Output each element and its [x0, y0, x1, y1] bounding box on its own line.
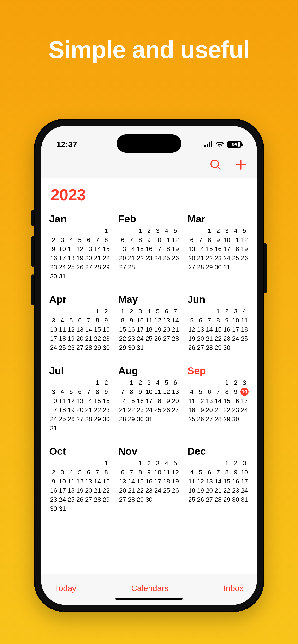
day-cell[interactable]: 14: [127, 244, 136, 254]
day-cell[interactable]: 24: [58, 495, 67, 504]
day-cell[interactable]: 3: [145, 378, 154, 387]
day-cell[interactable]: 2: [145, 458, 154, 468]
day-cell[interactable]: 7: [196, 235, 205, 244]
day-cell[interactable]: 27: [76, 343, 84, 352]
day-cell[interactable]: 3: [58, 235, 67, 244]
day-cell[interactable]: 3: [240, 378, 249, 387]
day-cell[interactable]: 20: [84, 486, 93, 495]
day-cell[interactable]: 2: [127, 307, 136, 316]
day-cell[interactable]: 10: [49, 396, 58, 406]
search-icon[interactable]: [209, 158, 221, 170]
day-cell[interactable]: 19: [76, 254, 84, 262]
day-cell[interactable]: 28: [127, 495, 136, 504]
day-cell[interactable]: 26: [196, 495, 205, 504]
day-cell[interactable]: 27: [84, 495, 93, 504]
day-cell[interactable]: 7: [205, 316, 214, 325]
day-cell[interactable]: 4: [145, 307, 154, 316]
day-cell[interactable]: 8: [102, 468, 111, 477]
day-cell[interactable]: 21: [205, 334, 214, 343]
day-cell[interactable]: 10: [153, 235, 162, 244]
day-cell[interactable]: 16: [136, 396, 145, 406]
day-cell[interactable]: 10: [145, 387, 154, 396]
day-cell[interactable]: 4: [58, 316, 67, 325]
day-cell[interactable]: 19: [67, 406, 76, 414]
day-cell[interactable]: 24: [49, 343, 58, 352]
day-cell[interactable]: 11: [145, 316, 154, 325]
day-cell[interactable]: 2: [145, 226, 154, 235]
day-cell[interactable]: 17: [145, 396, 154, 406]
day-cell[interactable]: 14: [118, 396, 127, 406]
day-cell[interactable]: 24: [231, 334, 240, 343]
day-cell[interactable]: 7: [84, 387, 93, 396]
day-cell[interactable]: 12: [196, 396, 205, 406]
month-block[interactable]: Jun1234567891011121314151617181920212223…: [187, 294, 249, 352]
day-cell[interactable]: 21: [127, 486, 136, 495]
day-cell[interactable]: 19: [171, 477, 180, 486]
day-cell[interactable]: 24: [153, 254, 162, 262]
day-cell[interactable]: 12: [196, 477, 205, 486]
day-cell[interactable]: 6: [118, 235, 127, 244]
day-cell[interactable]: 27: [205, 414, 214, 424]
day-cell[interactable]: 18: [67, 254, 76, 262]
day-cell[interactable]: 7: [93, 468, 102, 477]
day-cell[interactable]: 30: [145, 495, 154, 504]
day-cell[interactable]: 8: [136, 235, 145, 244]
day-cell[interactable]: 30: [102, 343, 111, 352]
day-cell[interactable]: 28: [84, 414, 93, 424]
day-cell[interactable]: 8: [118, 316, 127, 325]
month-block[interactable]: May1234567891011121314151617181920212223…: [118, 294, 180, 352]
day-cell[interactable]: 17: [240, 396, 249, 406]
day-cell[interactable]: 14: [214, 477, 223, 486]
day-cell[interactable]: 7: [118, 387, 127, 396]
month-block[interactable]: Feb1234567891011121314151617181920212223…: [118, 213, 180, 281]
day-cell[interactable]: 25: [187, 495, 196, 504]
day-cell[interactable]: 13: [162, 316, 171, 325]
day-cell[interactable]: 3: [136, 307, 145, 316]
day-cell[interactable]: 17: [222, 244, 231, 254]
day-cell[interactable]: 27: [205, 495, 214, 504]
day-cell[interactable]: 20: [76, 334, 84, 343]
day-cell[interactable]: 1: [102, 458, 111, 468]
day-cell[interactable]: 25: [231, 254, 240, 262]
day-cell[interactable]: 19: [240, 244, 249, 254]
day-cell[interactable]: 13: [118, 477, 127, 486]
day-cell[interactable]: 1: [93, 307, 102, 316]
day-cell[interactable]: 16: [49, 486, 58, 495]
day-cell[interactable]: 24: [222, 254, 231, 262]
day-cell[interactable]: 13: [205, 396, 214, 406]
day-cell[interactable]: 22: [118, 334, 127, 343]
day-cell[interactable]: 9: [136, 387, 145, 396]
day-cell[interactable]: 22: [214, 334, 223, 343]
day-cell[interactable]: 11: [162, 235, 171, 244]
day-cell[interactable]: 5: [67, 316, 76, 325]
day-cell[interactable]: 10: [231, 316, 240, 325]
day-cell[interactable]: 17: [58, 254, 67, 262]
day-cell[interactable]: 4: [187, 468, 196, 477]
day-cell[interactable]: 18: [67, 486, 76, 495]
day-cell[interactable]: 18: [162, 244, 171, 254]
day-cell[interactable]: 16: [145, 244, 154, 254]
day-cell[interactable]: 19: [162, 396, 171, 406]
day-cell[interactable]: 20: [118, 486, 127, 495]
day-cell[interactable]: 25: [162, 486, 171, 495]
month-block[interactable]: Sep1234567891011121314151617181920212223…: [187, 365, 249, 433]
day-cell[interactable]: 10: [222, 235, 231, 244]
day-cell[interactable]: 4: [162, 226, 171, 235]
day-cell[interactable]: 26: [187, 343, 196, 352]
day-cell[interactable]: 10: [49, 325, 58, 334]
day-cell[interactable]: 16: [231, 396, 240, 406]
day-cell[interactable]: 15: [93, 325, 102, 334]
day-cell[interactable]: 23: [49, 495, 58, 504]
day-cell[interactable]: 7: [93, 235, 102, 244]
day-cell[interactable]: 26: [196, 414, 205, 424]
day-cell[interactable]: 10: [136, 316, 145, 325]
day-cell[interactable]: 7: [171, 307, 180, 316]
day-cell[interactable]: 29: [214, 343, 223, 352]
day-cell[interactable]: 1: [136, 226, 145, 235]
day-cell[interactable]: 5: [67, 387, 76, 396]
day-cell[interactable]: 2: [136, 378, 145, 387]
day-cell[interactable]: 31: [49, 424, 58, 433]
day-cell[interactable]: 4: [153, 378, 162, 387]
day-cell[interactable]: 27: [187, 262, 196, 272]
day-cell[interactable]: 28: [214, 495, 223, 504]
